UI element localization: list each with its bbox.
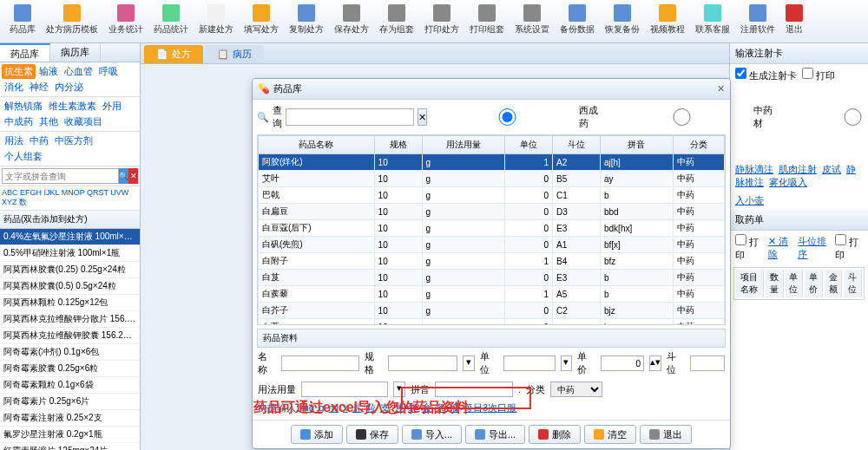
- filter-抗生素[interactable]: 抗生素: [2, 64, 36, 79]
- spec-dropdown[interactable]: ▾: [463, 355, 474, 371]
- table-row[interactable]: 白附子10g1B4bfz中药: [259, 253, 725, 270]
- toolbar-业务统计[interactable]: 业务统计: [103, 3, 148, 40]
- rplink-肌肉注射[interactable]: 肌肉注射: [779, 164, 817, 174]
- drug-item[interactable]: 阿奇霉素注射液 0.25×2支: [0, 410, 140, 427]
- radio-西成药[interactable]: 西成药: [437, 104, 605, 130]
- main-tab-rx[interactable]: 📄处方: [144, 45, 203, 63]
- filter-用法[interactable]: 用法: [2, 134, 26, 148]
- price-stepper[interactable]: ▴▾: [649, 355, 661, 371]
- drug-item[interactable]: 阿莫西林胶囊(0.25) 0.25g×24粒: [0, 262, 140, 278]
- filter-消化[interactable]: 消化: [2, 80, 26, 95]
- drug-item[interactable]: 氟罗沙星注射液 0.2g×1瓶: [0, 427, 140, 443]
- drug-item[interactable]: 阿奇霉素(冲剂) 0.1g×6包: [0, 344, 140, 361]
- toolbar-系统设置[interactable]: 系统设置: [510, 3, 555, 40]
- btn-删除[interactable]: 删除: [529, 425, 581, 444]
- drug-item[interactable]: 阿莫西林颗粒 0.125g×12包: [0, 295, 140, 311]
- table-row[interactable]: 白豆蔻(后下)10g0E3bdk[hx]中药: [259, 220, 725, 237]
- table-row[interactable]: 白矾(先煎)10g0A1bf[x]中药: [259, 237, 725, 253]
- btn-退出[interactable]: 退出: [640, 425, 692, 444]
- drug-item[interactable]: 阿莫西林克拉维酸钾胶囊 156.25mg×12粒: [0, 328, 140, 344]
- input-usage[interactable]: [301, 382, 388, 397]
- toolbar-新建处方[interactable]: 新建处方: [194, 3, 239, 40]
- filter-中医方剂[interactable]: 中医方剂: [52, 134, 95, 148]
- input-spec[interactable]: [388, 355, 457, 371]
- btn-添加[interactable]: 添加: [291, 425, 343, 444]
- dialog-search-input[interactable]: [286, 108, 414, 126]
- link-xiaohukou[interactable]: 入小壶: [735, 195, 764, 205]
- filter-其他[interactable]: 其他: [36, 114, 61, 129]
- main-tab-record[interactable]: 📋病历: [205, 45, 264, 63]
- rplink-雾化吸入[interactable]: 雾化吸入: [769, 177, 807, 187]
- radio-中药材[interactable]: 中药材: [612, 104, 779, 130]
- btn-保存[interactable]: 保存: [346, 425, 398, 444]
- select-category[interactable]: 中药: [550, 382, 602, 397]
- abc-filter[interactable]: ABC EFGH IJKL MNOP QRST UVW XYZ 数: [0, 186, 140, 211]
- input-name[interactable]: [281, 355, 359, 371]
- toolbar-注册软件[interactable]: 注册软件: [735, 3, 780, 40]
- btn-导入...[interactable]: 导入...: [402, 425, 462, 444]
- drug-item[interactable]: 阿莫西林克拉维酸钾分散片 156.25mg×18片: [0, 311, 140, 328]
- tab-recordlib[interactable]: 病历库: [50, 43, 101, 62]
- input-douwei[interactable]: [690, 355, 725, 371]
- search-input[interactable]: [2, 168, 119, 184]
- drug-item[interactable]: 0.5%甲硝唑注射液 100ml×1瓶: [0, 245, 140, 262]
- rplink-皮试[interactable]: 皮试: [822, 164, 841, 174]
- table-row[interactable]: 白芨10g0E3b中药: [259, 270, 725, 286]
- table-row[interactable]: 白扁豆10g0D3bbd中药: [259, 204, 725, 220]
- close-icon[interactable]: ✕: [717, 83, 725, 95]
- rplink-静脉滴注[interactable]: 静脉滴注: [735, 164, 773, 174]
- dialog-search-button[interactable]: ✕: [418, 108, 427, 126]
- drug-item[interactable]: 红霉素肠溶片 125mg×24片: [0, 443, 140, 450]
- usage-dropdown[interactable]: ▾: [393, 382, 405, 397]
- toolbar-存为组套[interactable]: 存为组套: [374, 3, 419, 40]
- filter-心血管[interactable]: 心血管: [62, 64, 95, 79]
- table-row[interactable]: 白芥子10g0C2bjz中药: [259, 303, 725, 319]
- filter-维生素激素[interactable]: 维生素激素: [46, 99, 99, 114]
- filter-中药[interactable]: 中药: [27, 134, 51, 148]
- toolbar-药品库[interactable]: 药品库: [4, 3, 41, 40]
- tab-druglib[interactable]: 药品库: [0, 43, 50, 62]
- drug-item[interactable]: 0.4%左氧氟沙星注射液 100ml×1瓶: [0, 229, 140, 245]
- input-unit[interactable]: [503, 355, 556, 371]
- filter-个人组套[interactable]: 个人组套: [2, 149, 45, 164]
- filter-神经[interactable]: 神经: [27, 80, 51, 95]
- drug-item[interactable]: 阿奇霉素片 0.25g×6片: [0, 394, 140, 410]
- drug-item[interactable]: 阿奇霉素胶囊 0.25g×6粒: [0, 361, 140, 377]
- radio-收费项目[interactable]: 收费项目: [786, 104, 868, 130]
- toolbar-复制处方[interactable]: 复制处方: [284, 3, 329, 40]
- filter-中成药[interactable]: 中成药: [2, 114, 36, 129]
- toolbar-恢复备份[interactable]: 恢复备份: [600, 3, 645, 40]
- toolbar-打印处方[interactable]: 打印处方: [419, 3, 464, 40]
- toolbar-退出[interactable]: 退出: [780, 3, 808, 40]
- table-row[interactable]: 白蒺藜10g1A5b中药: [259, 286, 725, 303]
- clear-icon[interactable]: ✕: [128, 168, 138, 184]
- cb-print2[interactable]: 打印: [735, 234, 763, 262]
- toolbar-填写处方[interactable]: 填写处方: [239, 3, 284, 40]
- toolbar-联系客服[interactable]: 联系客服: [690, 3, 735, 40]
- cb-gencard[interactable]: 生成注射卡: [735, 68, 797, 82]
- btn-导出...[interactable]: 导出...: [465, 425, 525, 444]
- input-price[interactable]: [601, 355, 644, 371]
- filter-收藏项目[interactable]: 收藏项目: [62, 114, 105, 129]
- link-sort[interactable]: 斗位排序: [798, 235, 830, 261]
- filter-外用[interactable]: 外用: [100, 99, 124, 114]
- cb-print1[interactable]: 打印: [802, 68, 835, 82]
- filter-内分泌[interactable]: 内分泌: [52, 80, 86, 95]
- cb-print3[interactable]: 打印: [835, 234, 863, 262]
- unit-dropdown[interactable]: ▾: [561, 355, 572, 371]
- filter-输液[interactable]: 输液: [36, 64, 61, 79]
- table-row[interactable]: 巴戟10g0C1b中药: [259, 187, 725, 204]
- filter-解热镇痛[interactable]: 解热镇痛: [2, 99, 45, 114]
- toolbar-药品统计[interactable]: 药品统计: [148, 3, 194, 40]
- toolbar-备份数据[interactable]: 备份数据: [555, 3, 600, 40]
- link-clear[interactable]: ✕ 清除: [768, 235, 793, 261]
- input-pinyin[interactable]: [435, 382, 513, 397]
- drug-item[interactable]: 阿奇霉素颗粒 0.1g×6袋: [0, 377, 140, 394]
- search-icon[interactable]: 🔍: [119, 168, 128, 184]
- toolbar-处方病历模板[interactable]: 处方病历模板: [41, 3, 103, 40]
- btn-清空[interactable]: 清空: [584, 425, 636, 444]
- quick-每日3次口服[interactable]: 每日3次口服: [464, 402, 516, 413]
- table-row[interactable]: 艾叶10g0B5ay中药: [259, 171, 725, 187]
- table-row[interactable]: 阿胶(烊化)10g1A2aj[h]中药: [259, 154, 725, 171]
- drug-item[interactable]: 阿莫西林胶囊(0.5) 0.5g×24粒: [0, 278, 140, 295]
